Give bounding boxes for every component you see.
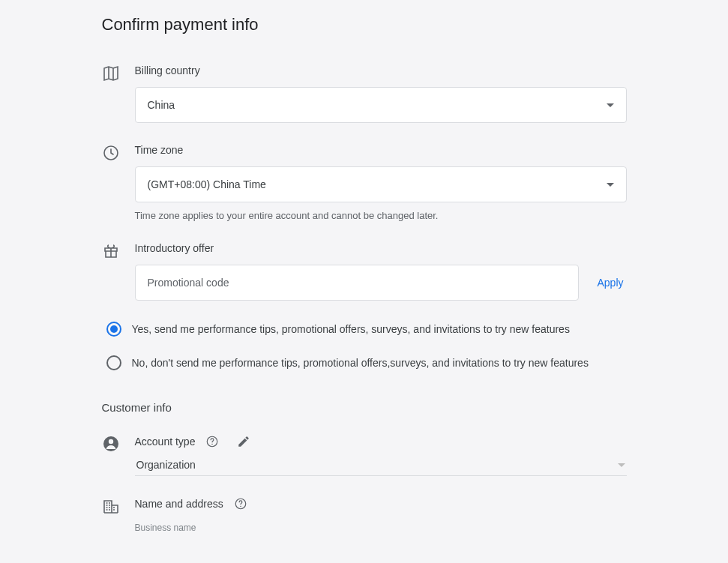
- payment-info-form: Confirm payment info Billing country Chi…: [57, 0, 672, 563]
- apply-button[interactable]: Apply: [594, 271, 626, 295]
- optin-no-row[interactable]: No, don't send me performance tips, prom…: [102, 355, 627, 371]
- timezone-value: (GMT+08:00) China Time: [148, 178, 266, 190]
- help-icon[interactable]: [205, 435, 219, 448]
- account-type-row: Account type Organization: [102, 435, 627, 476]
- caret-down-icon: [618, 463, 625, 467]
- help-icon[interactable]: [234, 497, 247, 511]
- gift-icon: [102, 242, 120, 260]
- business-name-sublabel: Business name: [135, 523, 627, 533]
- clock-icon: [102, 144, 120, 162]
- name-address-label: Name and address: [135, 498, 223, 510]
- caret-down-icon: [607, 103, 614, 107]
- timezone-label: Time zone: [135, 144, 627, 156]
- timezone-row: Time zone (GMT+08:00) China Time Time zo…: [102, 144, 627, 221]
- radio-selected-icon: [106, 322, 121, 337]
- name-address-row: Name and address Business name: [102, 497, 627, 533]
- person-icon: [102, 435, 120, 453]
- radio-unselected-icon: [106, 355, 121, 370]
- customer-info-heading: Customer info: [102, 401, 627, 414]
- map-icon: [102, 64, 120, 82]
- svg-point-6: [240, 506, 241, 508]
- billing-country-label: Billing country: [135, 64, 627, 76]
- svg-point-2: [108, 439, 112, 444]
- optin-no-label: No, don't send me performance tips, prom…: [132, 355, 589, 371]
- business-icon: [102, 497, 120, 515]
- optin-radio-group: Yes, send me performance tips, promotion…: [102, 322, 627, 371]
- edit-icon[interactable]: [237, 435, 250, 448]
- optin-yes-row[interactable]: Yes, send me performance tips, promotion…: [102, 322, 627, 337]
- timezone-helper: Time zone applies to your entire account…: [135, 210, 627, 221]
- offer-row: Introductory offer Apply: [102, 242, 627, 301]
- offer-label: Introductory offer: [135, 242, 627, 254]
- account-type-select[interactable]: Organization: [135, 459, 627, 476]
- account-type-value: Organization: [136, 459, 196, 471]
- account-type-label: Account type: [135, 436, 196, 448]
- billing-country-row: Billing country China: [102, 64, 627, 123]
- svg-point-4: [212, 444, 214, 445]
- timezone-select[interactable]: (GMT+08:00) China Time: [135, 166, 627, 202]
- page-title: Confirm payment info: [102, 15, 627, 34]
- caret-down-icon: [607, 183, 614, 187]
- optin-yes-label: Yes, send me performance tips, promotion…: [132, 322, 570, 337]
- billing-country-select[interactable]: China: [135, 87, 627, 123]
- billing-country-value: China: [148, 99, 175, 111]
- promo-code-input[interactable]: [135, 265, 580, 301]
